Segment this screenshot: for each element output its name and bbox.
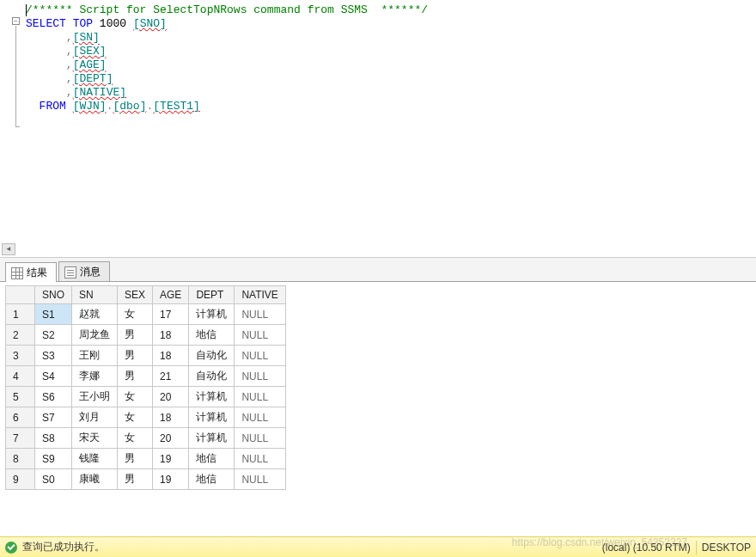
cell-native[interactable]: NULL: [235, 449, 285, 469]
cell-sex[interactable]: 男: [118, 449, 153, 469]
cell-sex[interactable]: 男: [118, 366, 153, 387]
kw-select: SELECT: [26, 17, 66, 30]
cell-sno[interactable]: S2: [35, 325, 72, 346]
cell-sn[interactable]: 李娜: [72, 366, 118, 387]
cell-native[interactable]: NULL: [235, 325, 285, 346]
cell-rownum[interactable]: 7: [6, 428, 35, 449]
cell-dept[interactable]: 地信: [189, 449, 235, 469]
cell-dept[interactable]: 地信: [189, 325, 235, 346]
table-row[interactable]: 2S2周龙鱼男18地信NULL: [6, 325, 286, 346]
sql-editor[interactable]: − /****** Script for SelectTopNRows comm…: [0, 0, 756, 258]
cell-sex[interactable]: 男: [118, 469, 153, 490]
result-tabs: 结果 消息: [0, 258, 756, 282]
tab-results[interactable]: 结果: [5, 262, 57, 282]
cell-age[interactable]: 20: [153, 428, 189, 449]
cell-dept[interactable]: 计算机: [189, 428, 235, 449]
cell-rownum[interactable]: 4: [6, 366, 35, 387]
cell-sno[interactable]: S1: [35, 304, 72, 325]
header-dept[interactable]: DEPT: [189, 286, 235, 304]
cell-dept[interactable]: 计算机: [189, 304, 235, 325]
cell-rownum[interactable]: 2: [6, 325, 35, 346]
cell-age[interactable]: 17: [153, 304, 189, 325]
fold-toggle-icon[interactable]: −: [12, 17, 20, 25]
cell-sex[interactable]: 女: [118, 428, 153, 449]
header-sex[interactable]: SEX: [118, 286, 153, 304]
tab-messages[interactable]: 消息: [58, 261, 110, 281]
from-table: [TEST1]: [153, 100, 200, 113]
header-sno[interactable]: SNO: [35, 286, 72, 304]
results-panel[interactable]: SNO SN SEX AGE DEPT NATIVE 1S1赵就女17计算机NU…: [0, 282, 756, 509]
cell-native[interactable]: NULL: [235, 469, 285, 490]
cell-sex[interactable]: 男: [118, 346, 153, 366]
cell-sn[interactable]: 周龙鱼: [72, 325, 118, 346]
cell-age[interactable]: 19: [153, 449, 189, 469]
col-native: [NATIVE]: [73, 86, 126, 99]
table-row[interactable]: 7S8宋天女20计算机NULL: [6, 428, 286, 449]
cell-age[interactable]: 20: [153, 387, 189, 407]
messages-page-icon: [64, 266, 76, 278]
cell-dept[interactable]: 自动化: [189, 366, 235, 387]
header-sn[interactable]: SN: [72, 286, 118, 304]
cell-native[interactable]: NULL: [235, 366, 285, 387]
header-rownum[interactable]: [6, 286, 35, 304]
cell-rownum[interactable]: 3: [6, 346, 35, 366]
cell-age[interactable]: 21: [153, 366, 189, 387]
col-age: [AGE]: [73, 58, 107, 71]
cell-rownum[interactable]: 6: [6, 407, 35, 428]
cell-sno[interactable]: S3: [35, 346, 72, 366]
cell-age[interactable]: 19: [153, 469, 189, 490]
from-schema: [dbo]: [113, 100, 146, 113]
table-row[interactable]: 9S0康曦男19地信NULL: [6, 469, 286, 490]
scroll-left-icon[interactable]: ◄: [2, 243, 15, 255]
header-native[interactable]: NATIVE: [235, 286, 285, 304]
cell-dept[interactable]: 计算机: [189, 387, 235, 407]
cell-native[interactable]: NULL: [235, 304, 285, 325]
cell-dept[interactable]: 计算机: [189, 407, 235, 428]
cell-rownum[interactable]: 9: [6, 469, 35, 490]
cell-native[interactable]: NULL: [235, 387, 285, 407]
cell-native[interactable]: NULL: [235, 407, 285, 428]
table-row[interactable]: 4S4李娜男21自动化NULL: [6, 366, 286, 387]
cell-rownum[interactable]: 5: [6, 387, 35, 407]
table-row[interactable]: 8S9钱隆男19地信NULL: [6, 449, 286, 469]
tab-results-label: 结果: [27, 266, 47, 280]
results-table[interactable]: SNO SN SEX AGE DEPT NATIVE 1S1赵就女17计算机NU…: [5, 285, 286, 490]
cell-sex[interactable]: 女: [118, 407, 153, 428]
cell-sno[interactable]: S9: [35, 449, 72, 469]
cell-sex[interactable]: 男: [118, 325, 153, 346]
header-age[interactable]: AGE: [153, 286, 189, 304]
table-row[interactable]: 6S7刘月女18计算机NULL: [6, 407, 286, 428]
table-row[interactable]: 1S1赵就女17计算机NULL: [6, 304, 286, 325]
cell-sno[interactable]: S7: [35, 407, 72, 428]
cell-rownum[interactable]: 1: [6, 304, 35, 325]
cell-native[interactable]: NULL: [235, 428, 285, 449]
cell-sno[interactable]: S6: [35, 387, 72, 407]
cell-sno[interactable]: S0: [35, 469, 72, 490]
table-row[interactable]: 5S6王小明女20计算机NULL: [6, 387, 286, 407]
cell-native[interactable]: NULL: [235, 346, 285, 366]
cell-sn[interactable]: 王小明: [72, 387, 118, 407]
col-sno: [SNO]: [133, 17, 167, 30]
cell-sex[interactable]: 女: [118, 304, 153, 325]
cell-sn[interactable]: 赵就: [72, 304, 118, 325]
cell-rownum[interactable]: 8: [6, 449, 35, 469]
cell-sno[interactable]: S8: [35, 428, 72, 449]
kw-top: TOP: [73, 17, 93, 30]
cell-sn[interactable]: 宋天: [72, 428, 118, 449]
cell-age[interactable]: 18: [153, 325, 189, 346]
cell-age[interactable]: 18: [153, 346, 189, 366]
cell-sno[interactable]: S4: [35, 366, 72, 387]
cell-dept[interactable]: 自动化: [189, 346, 235, 366]
status-login: DESKTOP: [702, 542, 751, 554]
cell-dept[interactable]: 地信: [189, 469, 235, 490]
cell-age[interactable]: 18: [153, 407, 189, 428]
cell-sn[interactable]: 王刚: [72, 346, 118, 366]
cell-sn[interactable]: 钱隆: [72, 449, 118, 469]
cell-sn[interactable]: 刘月: [72, 407, 118, 428]
table-row[interactable]: 3S3王刚男18自动化NULL: [6, 346, 286, 366]
sql-code[interactable]: /****** Script for SelectTopNRows comman…: [0, 3, 756, 113]
col-dept: [DEPT]: [73, 72, 113, 85]
status-bar: 查询已成功执行。 (local) (10.50 RTM) DESKTOP: [0, 536, 756, 557]
cell-sex[interactable]: 女: [118, 387, 153, 407]
cell-sn[interactable]: 康曦: [72, 469, 118, 490]
